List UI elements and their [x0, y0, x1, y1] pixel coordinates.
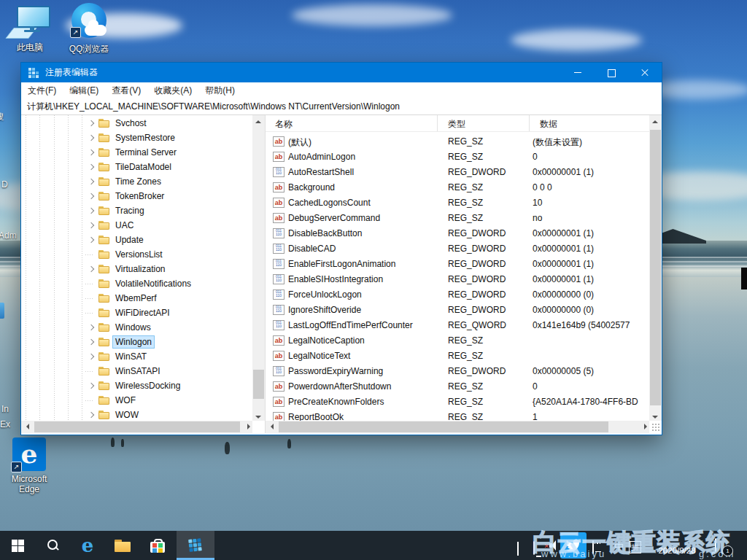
string-value-icon	[273, 182, 285, 192]
expand-chevron-icon[interactable]	[88, 383, 94, 389]
expand-chevron-icon[interactable]	[88, 179, 94, 184]
tree-node-TokenBroker[interactable]: TokenBroker	[21, 189, 252, 203]
microsoft-store-icon	[150, 539, 165, 553]
tree-node-WinSAT[interactable]: WinSAT	[21, 349, 252, 364]
column-header-type[interactable]: 类型	[448, 118, 465, 131]
tree-node-Terminal Server[interactable]: Terminal Server	[21, 145, 252, 160]
desktop-icon-qq-browser[interactable]: ↗ QQ浏览器	[61, 3, 117, 54]
value-row-IgnoreShiftOveride[interactable]: IgnoreShiftOverideREG_DWORD0x00000000 (0…	[266, 303, 651, 318]
taskbar-edge-button[interactable]: e	[70, 531, 105, 560]
tree-node-WOW[interactable]: WOW	[21, 408, 252, 422]
value-row-EnableSIHostIntegration[interactable]: EnableSIHostIntegrationREG_DWORD0x000000…	[266, 272, 651, 287]
value-row-LegalNoticeCaption[interactable]: LegalNoticeCaptionREG_SZ	[266, 333, 651, 349]
tree-node-Time Zones[interactable]: Time Zones	[21, 174, 252, 189]
value-data: 0x00000000 (0)	[533, 289, 651, 300]
value-type: REG_DWORD	[448, 244, 506, 254]
dword-value-icon	[273, 305, 285, 315]
expand-chevron-icon[interactable]	[88, 339, 94, 345]
scrollbar-thumb[interactable]	[253, 370, 264, 399]
title-bar[interactable]: 注册表编辑器	[21, 63, 662, 82]
column-header-data[interactable]: 数据	[540, 118, 557, 131]
tree-horizontal-scrollbar[interactable]	[21, 421, 252, 433]
tray-chevron-up-icon[interactable]	[517, 543, 519, 556]
minimize-button[interactable]	[561, 63, 595, 82]
value-row-LegalNoticeText[interactable]: LegalNoticeTextREG_SZ	[266, 349, 651, 364]
column-header-name[interactable]: 名称	[275, 118, 293, 131]
menu-item-0[interactable]: 文件(F)	[21, 82, 63, 99]
value-row-默认[interactable]: (默认)REG_SZ(数值未设置)	[266, 134, 651, 149]
tree-node-WirelessDocking[interactable]: WirelessDocking	[21, 378, 252, 393]
value-row-EnableFirstLogonAnimation[interactable]: EnableFirstLogonAnimationREG_DWORD0x0000…	[266, 257, 651, 272]
value-row-AutoAdminLogon[interactable]: AutoAdminLogonREG_SZ0	[266, 149, 651, 165]
taskbar-search-button[interactable]	[35, 531, 70, 560]
tree-node-Virtualization[interactable]: Virtualization	[21, 262, 252, 276]
address-bar[interactable]: 计算机\HKEY_LOCAL_MACHINE\SOFTWARE\Microsof…	[21, 98, 662, 115]
tree-vertical-scrollbar[interactable]	[252, 115, 265, 421]
value-row-Background[interactable]: BackgroundREG_SZ0 0 0	[266, 180, 651, 195]
value-data: (数值未设置)	[533, 136, 651, 149]
folder-icon	[98, 411, 109, 419]
value-row-ForceUnlockLogon[interactable]: ForceUnlockLogonREG_DWORD0x00000000 (0)	[266, 287, 651, 303]
expand-chevron-icon[interactable]	[88, 237, 94, 243]
registry-path: 计算机\HKEY_LOCAL_MACHINE\SOFTWARE\Microsof…	[27, 101, 400, 113]
tree-node-WinSATAPI[interactable]: WinSATAPI	[21, 364, 252, 378]
taskbar-store-button[interactable]	[140, 531, 175, 560]
menu-item-1[interactable]: 编辑(E)	[63, 82, 105, 99]
expand-chevron-icon[interactable]	[88, 164, 94, 170]
value-row-LastLogOffEndTimePerfCounter[interactable]: LastLogOffEndTimePerfCounterREG_QWORD0x1…	[266, 318, 651, 333]
resize-grip[interactable]	[651, 423, 660, 432]
tree-node-WOF[interactable]: WOF	[21, 393, 252, 408]
value-row-PreCreateKnownFolders[interactable]: PreCreateKnownFoldersREG_SZ{A520A1A4-178…	[266, 394, 651, 410]
value-name: Background	[288, 182, 335, 192]
value-row-DebugServerCommand[interactable]: DebugServerCommandREG_SZno	[266, 211, 651, 226]
menu-item-4[interactable]: 帮助(H)	[198, 82, 241, 99]
tree-node-Tracing[interactable]: Tracing	[21, 203, 252, 218]
tree-node-Winlogon[interactable]: Winlogon	[21, 335, 252, 349]
value-type: REG_QWORD	[448, 320, 506, 330]
taskbar-file-explorer-button[interactable]	[105, 531, 140, 560]
taskbar-registry-editor-button[interactable]	[177, 531, 214, 560]
menu-item-2[interactable]: 查看(V)	[105, 82, 147, 99]
list-horizontal-scrollbar[interactable]	[266, 421, 649, 433]
menu-item-3[interactable]: 收藏夹(A)	[147, 82, 198, 99]
expand-chevron-icon[interactable]	[88, 193, 94, 199]
expand-chevron-icon[interactable]	[88, 354, 94, 359]
tree-node-Windows[interactable]: Windows	[21, 320, 252, 335]
tree-node-Update[interactable]: Update	[21, 233, 252, 247]
tree-node-WiFiDirectAPI[interactable]: WiFiDirectAPI	[21, 306, 252, 320]
tree-node-TileDataModel[interactable]: TileDataModel	[21, 160, 252, 174]
tree-node-VolatileNotifications[interactable]: VolatileNotifications	[21, 276, 252, 291]
desktop-icon-this-pc[interactable]: 此电脑	[2, 4, 58, 52]
expand-chevron-icon[interactable]	[88, 208, 94, 214]
tree-node-WbemPerf[interactable]: WbemPerf	[21, 291, 252, 306]
value-row-PasswordExpiryWarning[interactable]: PasswordExpiryWarningREG_DWORD0x00000005…	[266, 364, 651, 379]
maximize-button[interactable]	[595, 63, 628, 82]
close-button[interactable]	[628, 63, 662, 82]
value-row-CachedLogonsCount[interactable]: CachedLogonsCountREG_SZ10	[266, 195, 651, 211]
list-vertical-scrollbar[interactable]	[649, 115, 662, 421]
expand-chevron-icon[interactable]	[88, 412, 94, 418]
expand-chevron-icon[interactable]	[88, 120, 94, 126]
expand-chevron-icon[interactable]	[88, 149, 94, 155]
value-row-DisableCAD[interactable]: DisableCADREG_DWORD0x00000001 (1)	[266, 241, 651, 257]
scrollbar-thumb[interactable]	[650, 130, 661, 405]
expand-chevron-icon[interactable]	[88, 135, 94, 141]
expand-chevron-icon[interactable]	[88, 266, 94, 272]
tree-node-VersionsList[interactable]: VersionsList	[21, 247, 252, 262]
tree-node-SystemRestore[interactable]: SystemRestore	[21, 131, 252, 145]
expand-chevron-icon[interactable]	[88, 324, 94, 330]
menu-bar: 文件(F)编辑(E)查看(V)收藏夹(A)帮助(H)	[21, 82, 662, 99]
tree-node-UAC[interactable]: UAC	[21, 218, 252, 233]
taskbar-clock-date[interactable]: 2020/9/28	[655, 546, 699, 555]
start-button[interactable]	[0, 531, 35, 560]
scrollbar-thumb[interactable]	[279, 421, 608, 432]
scrollbar-thumb[interactable]	[34, 421, 240, 432]
expand-chevron-icon[interactable]	[88, 222, 94, 228]
value-row-AutoRestartShell[interactable]: AutoRestartShellREG_DWORD0x00000001 (1)	[266, 165, 651, 180]
value-data: 0x00000001 (1)	[533, 244, 651, 254]
desktop-icon-microsoft-edge[interactable]: e ↗ Microsoft Edge	[1, 438, 57, 494]
value-row-DisableBackButton[interactable]: DisableBackButtonREG_DWORD0x00000001 (1)	[266, 226, 651, 241]
value-data: 0x00000001 (1)	[533, 167, 651, 177]
value-row-PowerdownAfterShutdown[interactable]: PowerdownAfterShutdownREG_SZ0	[266, 379, 651, 394]
tree-node-Svchost[interactable]: Svchost	[21, 116, 252, 131]
